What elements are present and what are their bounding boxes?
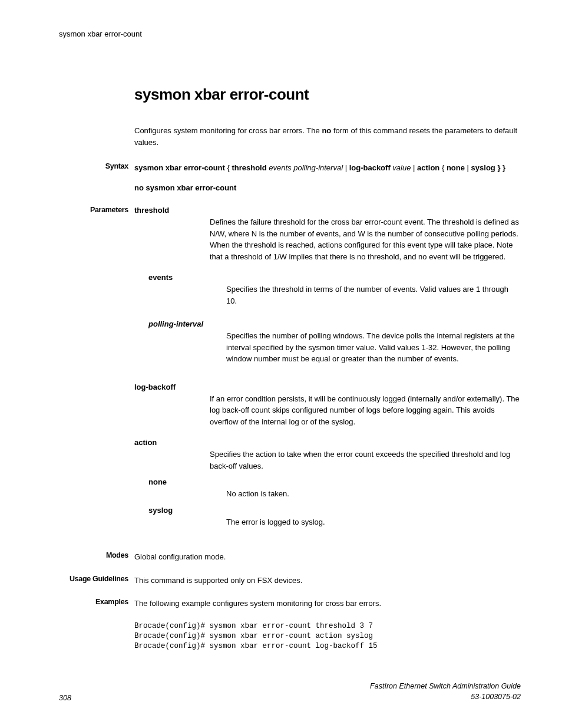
syntax-action: action xyxy=(417,163,439,172)
label-usage: Usage Guidelines xyxy=(59,575,128,583)
param-none-desc: No action is taken. xyxy=(212,477,521,500)
footer-guide-title: FastIron Ethernet Switch Administration … xyxy=(370,681,521,692)
syntax-events: events polling-interval xyxy=(267,163,343,172)
param-events-name: events xyxy=(148,273,212,307)
param-action-desc: Specifies the action to take when the er… xyxy=(210,438,521,472)
page-footer: 308 FastIron Ethernet Switch Administrat… xyxy=(59,681,521,702)
parameters-section: Parameters threshold Defines the failure… xyxy=(134,206,521,528)
param-action: action Specifies the action to take when… xyxy=(134,438,521,472)
modes-section: Modes Global configuration mode. xyxy=(134,551,521,563)
syntax-threshold: threshold xyxy=(232,163,266,172)
desc-bold-no: no xyxy=(322,126,331,135)
param-threshold-name: threshold xyxy=(134,206,210,262)
param-threshold: threshold Defines the failure threshold … xyxy=(134,206,521,262)
label-syntax: Syntax xyxy=(59,162,128,170)
param-logbackoff-name: log-backoff xyxy=(134,383,210,428)
param-polling-name: polling-interval xyxy=(148,319,212,365)
page-number: 308 xyxy=(59,694,71,702)
usage-section: Usage Guidelines This command is support… xyxy=(134,575,521,587)
command-description: Configures system monitoring for cross b… xyxy=(134,125,521,148)
syntax-no-form: no sysmon xbar error-count xyxy=(134,182,521,194)
label-examples: Examples xyxy=(59,598,128,606)
syntax-brace2: { xyxy=(439,163,447,172)
label-modes: Modes xyxy=(59,551,128,559)
syntax-pipe2: | xyxy=(411,163,417,172)
param-syslog-desc: The error is logged to syslog. xyxy=(212,506,521,528)
syntax-cmd: sysmon xbar error-count xyxy=(134,163,225,172)
param-events: events Specifies the threshold in terms … xyxy=(148,273,521,307)
footer-doc-number: 53-1003075-02 xyxy=(370,692,521,703)
code-block: Brocade(config)# sysmon xbar error-count… xyxy=(134,621,521,651)
running-header: sysmon xbar error-count xyxy=(59,29,521,38)
syntax-close: } } xyxy=(495,163,505,172)
footer-right: FastIron Ethernet Switch Administration … xyxy=(370,681,521,702)
syntax-brace1: { xyxy=(225,163,232,172)
syntax-value: value xyxy=(391,163,411,172)
param-logbackoff-desc: If an error condition persists, it will … xyxy=(210,383,521,428)
param-threshold-desc: Defines the failure threshold for the cr… xyxy=(210,206,521,262)
param-none: none No action is taken. xyxy=(148,477,521,500)
desc-pre: Configures system monitoring for cross b… xyxy=(134,126,322,135)
syntax-pipe1: | xyxy=(343,163,349,172)
param-none-name: none xyxy=(148,477,212,500)
examples-intro: The following example configures system … xyxy=(134,598,521,610)
syntax-syslog: syslog xyxy=(471,163,495,172)
usage-text: This command is supported only on FSX de… xyxy=(134,575,521,587)
content-column: sysmon xbar error-count Configures syste… xyxy=(59,85,521,651)
label-parameters: Parameters xyxy=(59,206,128,214)
page-title: sysmon xbar error-count xyxy=(134,85,521,104)
param-syslog-name: syslog xyxy=(148,506,212,528)
param-events-desc: Specifies the threshold in terms of the … xyxy=(212,273,521,307)
param-syslog: syslog The error is logged to syslog. xyxy=(148,506,521,528)
syntax-logbackoff: log-backoff xyxy=(349,163,391,172)
examples-section: Examples The following example configure… xyxy=(134,598,521,651)
page-container: sysmon xbar error-count sysmon xbar erro… xyxy=(0,0,562,728)
syntax-pipe3: | xyxy=(465,163,471,172)
param-logbackoff: log-backoff If an error condition persis… xyxy=(134,383,521,428)
syntax-section: Syntax sysmon xbar error-count { thresho… xyxy=(134,162,521,194)
param-polling: polling-interval Specifies the number of… xyxy=(148,319,521,365)
param-action-name: action xyxy=(134,438,210,472)
syntax-line: sysmon xbar error-count { threshold even… xyxy=(134,162,521,174)
param-polling-desc: Specifies the number of polling windows.… xyxy=(212,319,521,365)
modes-text: Global configuration mode. xyxy=(134,551,521,563)
syntax-none: none xyxy=(447,163,465,172)
